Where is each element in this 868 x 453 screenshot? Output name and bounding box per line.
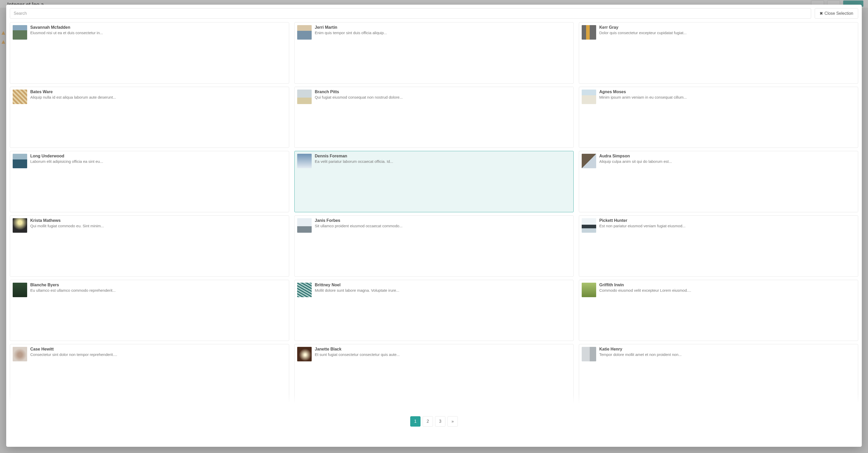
card-thumbnail [13,218,27,233]
card-description: Laborum elit adipisicing officia ea sint… [30,159,286,164]
card-title: Case Hewitt [30,347,286,351]
card-title: Griffith Irwin [599,283,855,287]
close-selection-label: Close Selection [825,11,853,16]
card-title: Pickett Hunter [599,218,855,223]
card-description: Tempor dolore mollit amet et non proiden… [599,352,855,357]
page-button-1[interactable]: 1 [410,416,421,427]
selection-card[interactable]: Dennis ForemanEa velit pariatur laborum … [294,151,574,212]
card-body: Griffith IrwinCommodo eiusmod velit exce… [599,283,855,292]
card-body: Katie HenryTempor dolore mollit amet et … [599,347,855,357]
card-description: Minim ipsum anim veniam in eu consequat … [599,95,855,100]
selection-card[interactable]: Bates WareAliquip nulla id est aliqua la… [10,87,289,148]
card-description: Mollit dolore sunt labore magna. Volupta… [315,288,571,292]
card-title: Branch Pitts [315,90,571,94]
card-title: Long Underwood [30,154,286,159]
card-body: Case HewittConsectetur sint dolor non te… [30,347,286,357]
card-title: Blanche Byers [30,283,286,287]
card-thumbnail [297,218,312,233]
modal-header-row: ✖ Close Selection [10,8,858,19]
card-thumbnail [13,154,27,168]
card-title: Savannah Mcfadden [30,25,286,30]
selection-card[interactable]: Agnes MosesMinim ipsum anim veniam in eu… [579,87,858,148]
search-input[interactable] [10,8,811,19]
card-description: Et sunt fugiat consectetur consectetur q… [315,352,571,357]
card-thumbnail [582,25,596,39]
card-thumbnail [582,218,596,233]
card-thumbnail [13,347,27,361]
card-title: Katie Henry [599,347,855,351]
card-body: Krista MathewsQui mollit fugiat commodo … [30,218,286,228]
card-title: Janette Black [315,347,571,351]
card-body: Janis ForbesSit ullamco proident eiusmod… [315,218,571,228]
card-thumbnail [297,347,312,361]
card-body: Blanche ByersEu ullamco est ullamco comm… [30,283,286,292]
selection-card[interactable]: Kerr GrayDolor quis consectetur excepteu… [579,22,858,84]
card-title: Bates Ware [30,90,286,94]
card-title: Audra Simpson [599,154,855,159]
card-thumbnail [582,347,596,361]
selection-card[interactable]: Katie HenryTempor dolore mollit amet et … [579,344,858,405]
selection-card[interactable]: Pickett HunterEst non pariatur eiusmod v… [579,216,858,277]
selection-card[interactable]: Savannah McfaddenEiusmod nisi ut ea et d… [10,22,289,84]
selection-card[interactable]: Janette BlackEt sunt fugiat consectetur … [294,344,574,405]
card-body: Savannah McfaddenEiusmod nisi ut ea et d… [30,25,286,35]
card-description: Ea velit pariatur laborum occaecat offic… [315,159,571,164]
card-title: Krista Mathews [30,218,286,223]
chevron-right-icon: » [452,419,454,424]
card-body: Long UnderwoodLaborum elit adipisicing o… [30,154,286,164]
card-body: Bates WareAliquip nulla id est aliqua la… [30,90,286,100]
card-body: Branch PittsQui fugiat eiusmod consequat… [315,90,571,100]
selection-card[interactable]: Case HewittConsectetur sint dolor non te… [10,344,289,405]
card-title: Kerr Gray [599,25,855,30]
card-description: Aliquip culpa anim sit qui do laborum es… [599,159,855,164]
card-title: Janis Forbes [315,218,571,223]
card-description: Dolor quis consectetur excepteur cupidat… [599,31,855,35]
card-body: Jerri MartinEnim quis tempor sint duis o… [315,25,571,35]
card-description: Qui mollit fugiat commodo eu. Sint minim… [30,224,286,228]
close-selection-button[interactable]: ✖ Close Selection [815,8,858,19]
selection-card[interactable]: Janis ForbesSit ullamco proident eiusmod… [294,216,574,277]
card-thumbnail [582,283,596,297]
selection-card[interactable]: Branch PittsQui fugiat eiusmod consequat… [294,87,574,148]
card-title: Agnes Moses [599,90,855,94]
card-thumbnail [297,283,312,297]
selection-modal: ✖ Close Selection Savannah McfaddenEiusm… [6,5,862,447]
selection-card[interactable]: Krista MathewsQui mollit fugiat commodo … [10,216,289,277]
card-body: Brittney NoelMollit dolore sunt labore m… [315,283,571,292]
card-thumbnail [13,90,27,104]
card-thumbnail [582,90,596,104]
selection-card[interactable]: Brittney NoelMollit dolore sunt labore m… [294,280,574,341]
card-thumbnail [297,154,312,168]
selection-card[interactable]: Audra SimpsonAliquip culpa anim sit qui … [579,151,858,212]
card-body: Kerr GrayDolor quis consectetur excepteu… [599,25,855,35]
page-button-3[interactable]: 3 [435,416,445,427]
card-thumbnail [297,90,312,104]
card-description: Qui fugiat eiusmod consequat non nostrud… [315,95,571,100]
selection-card[interactable]: Griffith IrwinCommodo eiusmod velit exce… [579,280,858,341]
page-button-2[interactable]: 2 [423,416,433,427]
card-body: Janette BlackEt sunt fugiat consectetur … [315,347,571,357]
card-description: Enim quis tempor sint duis officia aliqu… [315,31,571,35]
card-body: Pickett HunterEst non pariatur eiusmod v… [599,218,855,228]
card-description: Eu ullamco est ullamco commodo reprehend… [30,288,286,292]
card-thumbnail [297,25,312,39]
card-description: Commodo eiusmod velit excepteur Lorem ei… [599,288,855,292]
card-description: Consectetur sint dolor non tempor repreh… [30,352,286,357]
selection-card[interactable]: Long UnderwoodLaborum elit adipisicing o… [10,151,289,212]
card-body: Dennis ForemanEa velit pariatur laborum … [315,154,571,164]
cards-viewport: Savannah McfaddenEiusmod nisi ut ea et d… [10,22,858,407]
card-title: Dennis Foreman [315,154,571,159]
pagination: 123» [10,416,858,427]
close-icon: ✖ [819,11,823,16]
card-title: Jerri Martin [315,25,571,30]
card-description: Eiusmod nisi ut ea et duis consectetur i… [30,31,286,35]
card-title: Brittney Noel [315,283,571,287]
card-body: Agnes MosesMinim ipsum anim veniam in eu… [599,90,855,100]
selection-card[interactable]: Blanche ByersEu ullamco est ullamco comm… [10,280,289,341]
selection-card[interactable]: Jerri MartinEnim quis tempor sint duis o… [294,22,574,84]
cards-grid[interactable]: Savannah McfaddenEiusmod nisi ut ea et d… [10,22,858,407]
card-thumbnail [13,25,27,39]
card-description: Sit ullamco proident eiusmod occaecat co… [315,224,571,228]
card-description: Aliquip nulla id est aliqua laborum aute… [30,95,286,100]
page-next-button[interactable]: » [447,416,458,427]
